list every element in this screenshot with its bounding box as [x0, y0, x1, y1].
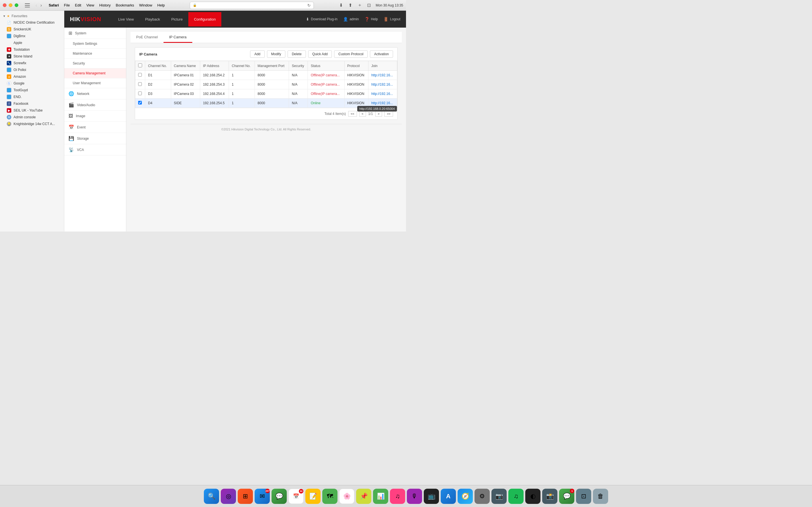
hik-menu-storage[interactable]: 💾 Storage — [64, 133, 126, 144]
page-indicator: 1/1 — [368, 112, 373, 116]
table-row[interactable]: D1 IPCamera 01 192.168.254.2 1 8000 N/A … — [135, 71, 397, 80]
apple-favicon — [7, 41, 11, 45]
screwfix-favicon: 🔧 — [7, 61, 11, 65]
sidebar-item-screwfix[interactable]: 🔧 Screwfix — [0, 60, 64, 66]
tab-poe-channel[interactable]: PoE Channel — [131, 32, 163, 43]
sidebar-item-toolguyd[interactable]: 🌐 ToolGuyd — [0, 87, 64, 94]
nav-liveview[interactable]: Live View — [112, 12, 139, 26]
sidebar-item-youtube[interactable]: ▶ SEIL UK - YouTube — [0, 107, 64, 114]
sidebar-toggle[interactable] — [25, 3, 30, 7]
activation-button[interactable]: Activation — [370, 50, 393, 58]
hik-menu-video-audio[interactable]: 🎬 Video/Audio — [64, 100, 126, 111]
hik-menu-event[interactable]: 📅 Event — [64, 122, 126, 133]
cell-name: IPCamera 02 — [171, 80, 200, 89]
first-page-btn[interactable]: << — [348, 111, 357, 117]
hik-menu-vca[interactable]: 📡 VCA — [64, 144, 126, 156]
sidebar-item-digbmx[interactable]: 🌐 DigBmx — [0, 33, 64, 40]
menu-edit[interactable]: Edit — [75, 3, 81, 7]
join-link[interactable]: http://192.16... — [371, 82, 393, 87]
tab-ip-camera[interactable]: IP Camera — [163, 32, 192, 43]
admin-btn[interactable]: 👤 admin — [343, 17, 359, 21]
sidebar-item-apple[interactable]: Apple — [0, 40, 64, 46]
menu-bookmarks[interactable]: Bookmarks — [116, 3, 134, 7]
download-icon[interactable]: ⬇ — [339, 3, 344, 8]
total-items: Total 4 Item(s) — [324, 112, 346, 116]
table-row[interactable]: D2 IPCamera 02 192.168.254.3 1 8000 N/A … — [135, 80, 397, 89]
minimize-button[interactable] — [9, 3, 12, 7]
sidebar-item-admin[interactable]: ⚙ Admin console — [0, 114, 64, 121]
join-link[interactable]: http://192.16... — [371, 73, 393, 77]
sidebar-item-oipolloi[interactable]: 🌐 Oi Polloi — [0, 66, 64, 73]
row-checkbox[interactable] — [138, 82, 142, 86]
add-button[interactable]: Add — [250, 50, 264, 58]
forward-button[interactable]: › — [39, 2, 43, 8]
menu-history[interactable]: History — [99, 3, 110, 7]
nav-playback[interactable]: Playback — [140, 12, 166, 26]
next-page-btn[interactable]: > — [375, 111, 382, 117]
sidebar-item-end[interactable]: 🌐 END. — [0, 94, 64, 100]
modify-button[interactable]: Modify — [267, 50, 285, 58]
knightsbridge-label: Knightsbridge 14w CCT A... — [13, 122, 55, 126]
tabs-icon[interactable]: ⊡ — [366, 3, 371, 8]
maximize-button[interactable] — [15, 3, 18, 7]
help-btn[interactable]: ❓ Help — [364, 17, 378, 21]
hik-menu-network[interactable]: 🌐 Network — [64, 88, 126, 100]
download-plugin-btn[interactable]: ⬇ Download Plug-in — [306, 17, 338, 21]
prev-page-btn[interactable]: < — [359, 111, 366, 117]
oipolloi-label: Oi Polloi — [13, 68, 26, 72]
sidebar-item-toolstation[interactable]: ✚ Toolstation — [0, 46, 64, 53]
lock-icon: 🔒 — [193, 3, 197, 7]
menu-safari[interactable]: Safari — [49, 3, 59, 7]
nav-configuration[interactable]: Configuration — [188, 12, 221, 26]
youtube-label: SEIL UK - YouTube — [13, 108, 43, 112]
chevron-down-icon: ▾ — [3, 14, 5, 18]
new-tab-icon[interactable]: ＋ — [357, 3, 362, 8]
vca-icon: 📡 — [68, 147, 74, 152]
back-button[interactable]: ‹ — [35, 2, 38, 8]
custom-protocol-button[interactable]: Custom Protocol — [334, 50, 368, 58]
hik-menu-system-settings[interactable]: System Settings — [64, 39, 126, 49]
hik-menu-security[interactable]: Security — [64, 59, 126, 68]
sidebar-item-snickers[interactable]: S SnickersUK — [0, 26, 64, 33]
cell-join: http://192.16... — [368, 71, 397, 80]
table-row[interactable]: D3 IPCamera 03 192.168.254.4 1 8000 N/A … — [135, 89, 397, 99]
join-link[interactable]: http://192.16... — [371, 92, 393, 96]
sidebar-item-google[interactable]: G Google — [0, 80, 64, 87]
select-all-checkbox[interactable] — [138, 63, 142, 67]
menu-file[interactable]: File — [64, 3, 70, 7]
nav-picture[interactable]: Picture — [165, 12, 188, 26]
cell-security: N/A — [289, 71, 308, 80]
sidebar-item-stoneisland[interactable]: ✦ Stone Island — [0, 53, 64, 60]
hik-menu-camera-management[interactable]: Camera Management — [64, 68, 126, 78]
sidebar-item-knightsbridge[interactable]: 💡 Knightsbridge 14w CCT A... — [0, 121, 64, 127]
cell-channel: 1 — [229, 89, 255, 99]
hik-menu-user-management[interactable]: User Management — [64, 78, 126, 88]
image-icon: 🖼 — [68, 114, 73, 119]
quick-add-button[interactable]: Quick Add — [308, 50, 332, 58]
last-page-btn[interactable]: >> — [384, 111, 393, 117]
row-checkbox[interactable] — [138, 101, 142, 105]
hik-menu-maintenance[interactable]: Maintenance — [64, 49, 126, 59]
url-input[interactable]: 192.168.0.20 — [199, 3, 306, 7]
hik-menu-image[interactable]: 🖼 Image — [64, 111, 126, 122]
menu-window[interactable]: Window — [139, 3, 152, 7]
close-button[interactable] — [3, 3, 6, 7]
hik-menu-system[interactable]: ⊞ System — [64, 27, 126, 39]
delete-button[interactable]: Delete — [288, 50, 306, 58]
sidebar-item-facebook[interactable]: f Facebook — [0, 100, 64, 107]
menu-view[interactable]: View — [86, 3, 94, 7]
sidebar-item-niceic[interactable]: 📄 NICEIC Online Certification — [0, 19, 64, 26]
digbmx-favicon: 🌐 — [7, 34, 11, 38]
logout-btn[interactable]: 🚪 Logout — [384, 17, 400, 21]
sidebar-item-amazon[interactable]: a Amazon — [0, 73, 64, 80]
row-checkbox[interactable] — [138, 92, 142, 95]
cell-protocol: HIKVISION — [344, 80, 368, 89]
menu-help[interactable]: Help — [157, 3, 165, 7]
row-checkbox[interactable] — [138, 73, 142, 76]
share-icon[interactable]: ⬆ — [348, 3, 353, 8]
favourites-header[interactable]: ▾ ★ Favourites — [0, 13, 64, 19]
download-plugin-label: Download Plug-in — [311, 17, 338, 21]
reload-button[interactable]: ↻ — [307, 3, 311, 8]
table-row[interactable]: D4 SIDE 192.168.254.5 1 8000 N/A Online … — [135, 99, 397, 108]
join-link[interactable]: http://192.16... — [371, 101, 393, 105]
